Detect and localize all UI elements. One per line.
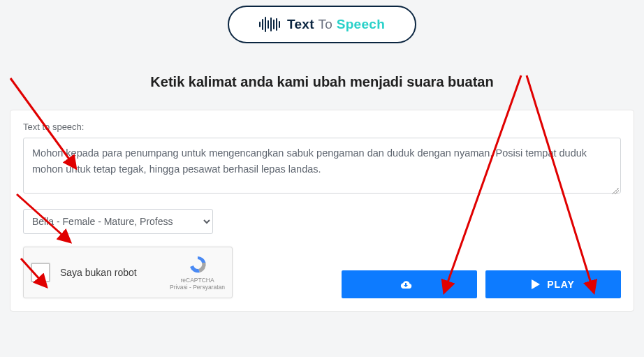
svg-marker-0: [532, 279, 540, 289]
play-icon: [532, 279, 540, 289]
resize-grip-icon[interactable]: [612, 187, 619, 194]
download-button[interactable]: [342, 270, 477, 298]
textarea-label: Text to speech:: [23, 122, 621, 132]
soundwave-icon: [259, 16, 280, 33]
recaptcha-branding: reCAPTCHA Privasi - Persyaratan: [170, 254, 225, 291]
recaptcha-label: Saya bukan robot: [60, 267, 137, 278]
recaptcha-icon: [187, 254, 208, 275]
voice-select[interactable]: Bella - Female - Mature, Profess: [23, 209, 213, 234]
recaptcha-links[interactable]: Privasi - Persyaratan: [170, 284, 225, 291]
action-row: PLAY: [342, 270, 621, 298]
tts-textarea[interactable]: [23, 138, 621, 194]
play-button[interactable]: PLAY: [485, 270, 621, 298]
app-logo: Text To Speech: [228, 6, 416, 43]
cloud-download-icon: [400, 279, 412, 289]
tts-card: Text to speech: Bella - Female - Mature,…: [10, 110, 634, 312]
page-headline: Ketik kalimat anda kami ubah menjadi sua…: [0, 74, 644, 90]
recaptcha-checkbox[interactable]: [31, 263, 50, 282]
recaptcha-widget: Saya bukan robot reCAPTCHA Privasi - Per…: [23, 247, 233, 298]
logo-text: Text To Speech: [287, 17, 385, 32]
recaptcha-brand-text: reCAPTCHA: [170, 277, 225, 284]
